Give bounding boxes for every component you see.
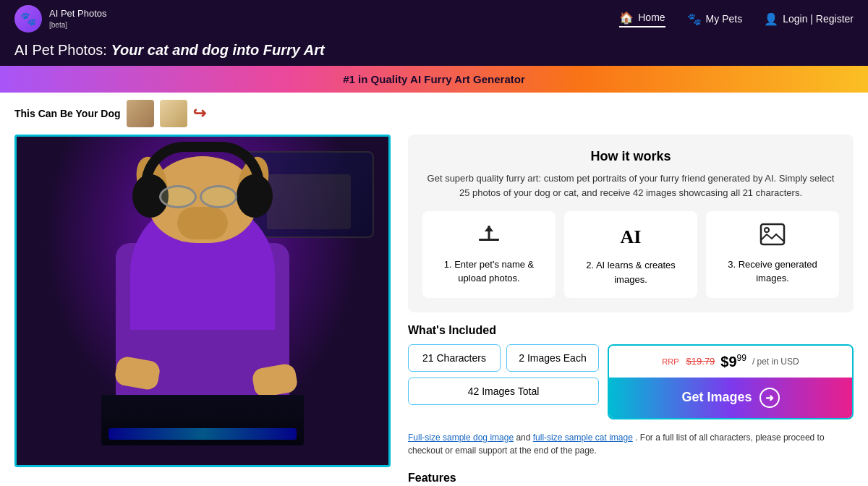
- cta-arrow-icon: ➜: [760, 388, 780, 408]
- price-main: $999: [720, 353, 746, 370]
- dog-preview-bar: This Can Be Your Dog ↩: [0, 93, 868, 135]
- right-panel: How it works Get superb quality furry ar…: [391, 135, 854, 486]
- rrp-label: RRP: [662, 357, 678, 366]
- links-note: Full-size sample dog image and full-size…: [408, 431, 854, 457]
- ai-icon: AI: [573, 223, 689, 251]
- step-1-label: 1. Enter pet's name & upload photos.: [431, 257, 547, 286]
- step-1-card: 1. Enter pet's name & upload photos.: [422, 211, 556, 298]
- step-2-card: AI 2. AI learns & creates images.: [564, 211, 697, 298]
- keyboard-glow: [109, 428, 297, 440]
- upload-icon: [431, 223, 547, 250]
- price-cta-box: RRP $19.79 $999 / pet in USD Get Images …: [608, 344, 854, 419]
- nav-home[interactable]: 🏠 Home: [619, 11, 665, 27]
- sample-cat-link[interactable]: full-size sample cat image: [533, 432, 633, 443]
- tag-images-total: 42 Images Total: [408, 378, 599, 405]
- step-3-label: 3. Receive generated images.: [715, 257, 830, 286]
- dog-art-canvas: [17, 137, 388, 465]
- lens-right: [200, 185, 237, 208]
- features-title: Features: [408, 472, 854, 485]
- tags-row-1: 21 Characters 2 Images Each: [408, 344, 599, 372]
- features-section: Features + AI Generated pet portraits fr…: [408, 472, 854, 486]
- step-3-card: 3. Receive generated images.: [706, 211, 839, 298]
- hero-title: AI Pet Photos: Your cat and dog into Fur…: [0, 38, 868, 66]
- app-name: AI Pet Photos: [49, 8, 107, 20]
- user-icon: 👤: [764, 12, 778, 26]
- main-nav: 🏠 Home 🐾 My Pets 👤 Login | Register: [619, 11, 854, 27]
- keyboard-base: [101, 395, 304, 446]
- logo-area: 🐾 AI Pet Photos [beta]: [14, 5, 107, 33]
- price-row: RRP $19.79 $999 / pet in USD: [609, 346, 852, 378]
- logo-icon: 🐾: [14, 5, 42, 33]
- whats-included-title: What's Included: [408, 324, 854, 337]
- dog-head: [148, 156, 257, 243]
- nav-login[interactable]: 👤 Login | Register: [764, 12, 854, 26]
- tag-characters: 21 Characters: [408, 344, 501, 372]
- logo-text: AI Pet Photos [beta]: [49, 8, 107, 30]
- get-images-button[interactable]: Get Images ➜: [609, 378, 852, 418]
- svg-marker-2: [485, 226, 493, 231]
- lens-left: [159, 185, 197, 208]
- price-rrp: $19.79: [686, 356, 715, 367]
- svg-rect-3: [761, 224, 784, 244]
- included-layout: 21 Characters 2 Images Each 42 Images To…: [408, 344, 854, 419]
- main-layout: How it works Get superb quality furry ar…: [0, 135, 868, 486]
- whats-included-section: What's Included 21 Characters 2 Images E…: [408, 324, 854, 419]
- included-tags: 21 Characters 2 Images Each 42 Images To…: [408, 344, 599, 419]
- nav-my-pets[interactable]: 🐾 My Pets: [687, 12, 743, 26]
- image-icon: [715, 223, 830, 250]
- pets-icon: 🐾: [687, 12, 702, 26]
- tag-images-each: 2 Images Each: [506, 344, 599, 372]
- svg-rect-0: [479, 239, 499, 241]
- glasses: [159, 185, 246, 208]
- promo-banner: #1 in Quality AI Furry Art Generator: [0, 66, 868, 93]
- snout: [177, 207, 228, 239]
- dog-thumbnail-2: [160, 100, 187, 127]
- arrow-curve-icon: ↩: [193, 104, 206, 123]
- how-it-works-title: How it works: [422, 149, 839, 164]
- svg-point-4: [765, 228, 769, 232]
- step-2-label: 2. AI learns & creates images.: [573, 258, 689, 286]
- dog-figure: [94, 156, 311, 446]
- sample-dog-link[interactable]: Full-size sample dog image: [408, 432, 514, 443]
- header: 🐾 AI Pet Photos [beta] 🏠 Home 🐾 My Pets …: [0, 0, 868, 38]
- price-sub: / pet in USD: [752, 357, 799, 367]
- hero-image-panel: [14, 135, 391, 467]
- how-it-works-card: How it works Get superb quality furry ar…: [408, 135, 854, 312]
- beta-label: [beta]: [49, 20, 107, 30]
- steps-row: 1. Enter pet's name & upload photos. AI …: [422, 211, 839, 298]
- how-it-works-description: Get superb quality furry art: custom pet…: [422, 171, 839, 200]
- dog-thumbnail-1: [127, 100, 154, 127]
- home-icon: 🏠: [619, 11, 634, 25]
- dog-preview-label: This Can Be Your Dog: [14, 108, 121, 119]
